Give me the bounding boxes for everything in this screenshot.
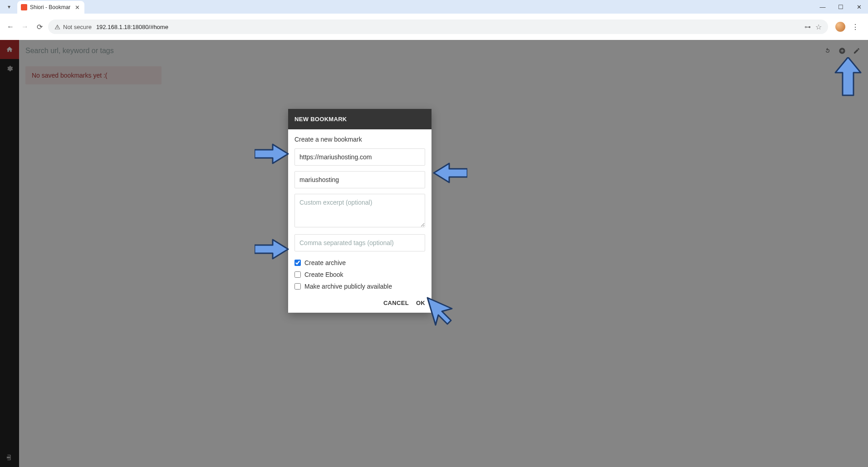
dialog-subtitle: Create a new bookmark bbox=[294, 136, 425, 143]
new-bookmark-dialog: NEW BOOKMARK Create a new bookmark Creat… bbox=[288, 109, 432, 313]
key-icon[interactable]: ⊶ bbox=[804, 23, 811, 30]
browser-tab[interactable]: Shiori - Bookmar ✕ bbox=[17, 1, 84, 14]
close-tab-icon[interactable]: ✕ bbox=[75, 4, 80, 11]
omnibox[interactable]: Not secure 192.168.1.18:18080/#home ⊶ ☆ bbox=[48, 20, 828, 34]
ok-button[interactable]: OK bbox=[416, 300, 425, 306]
tab-title: Shiori - Bookmar bbox=[30, 4, 70, 10]
bookmark-url-input[interactable] bbox=[294, 148, 425, 166]
bookmark-title-input[interactable] bbox=[294, 171, 425, 188]
tab-strip: ▾ Shiori - Bookmar ✕ — ☐ ✕ bbox=[0, 0, 868, 14]
url-text: 192.168.1.18:18080/#home bbox=[96, 24, 168, 30]
back-button[interactable]: ← bbox=[5, 21, 16, 33]
dialog-footer: CANCEL OK bbox=[288, 294, 432, 313]
create-archive-checkbox[interactable] bbox=[294, 260, 301, 266]
create-archive-row[interactable]: Create archive bbox=[294, 257, 425, 269]
forward-button[interactable]: → bbox=[19, 21, 31, 33]
create-archive-label: Create archive bbox=[304, 259, 346, 266]
browser-menu-icon[interactable]: ⋮ bbox=[852, 23, 859, 31]
create-ebook-row[interactable]: Create Ebook bbox=[294, 269, 425, 280]
make-public-label: Make archive publicly available bbox=[304, 283, 392, 290]
bookmark-excerpt-input[interactable] bbox=[294, 194, 425, 227]
bookmark-tags-input[interactable] bbox=[294, 234, 425, 251]
address-row: ← → ⟳ Not secure 192.168.1.18:18080/#hom… bbox=[0, 14, 868, 40]
main-area: No saved bookmarks yet :( NEW BOOKMARK C… bbox=[19, 40, 868, 467]
not-secure-label: Not secure bbox=[63, 24, 92, 30]
profile-avatar[interactable] bbox=[835, 22, 845, 32]
not-secure-indicator[interactable]: Not secure bbox=[54, 24, 92, 30]
modal-overlay[interactable] bbox=[0, 40, 868, 467]
create-ebook-checkbox[interactable] bbox=[294, 271, 301, 278]
bookmark-star-icon[interactable]: ☆ bbox=[815, 23, 822, 31]
dialog-body: Create a new bookmark Create archive Cre… bbox=[288, 129, 432, 294]
close-window-button[interactable]: ✕ bbox=[850, 0, 868, 14]
warning-icon bbox=[54, 24, 60, 30]
make-public-row[interactable]: Make archive publicly available bbox=[294, 280, 425, 292]
dialog-title: NEW BOOKMARK bbox=[288, 109, 432, 129]
make-public-checkbox[interactable] bbox=[294, 283, 301, 290]
cancel-button[interactable]: CANCEL bbox=[383, 300, 409, 306]
minimize-button[interactable]: — bbox=[814, 0, 832, 14]
create-ebook-label: Create Ebook bbox=[304, 271, 343, 278]
shiori-app: No saved bookmarks yet :( NEW BOOKMARK C… bbox=[0, 40, 868, 467]
maximize-button[interactable]: ☐ bbox=[832, 0, 850, 14]
window-controls: — ☐ ✕ bbox=[814, 0, 868, 14]
reload-button[interactable]: ⟳ bbox=[34, 21, 45, 33]
tabs-dropdown-icon[interactable]: ▾ bbox=[5, 4, 14, 10]
browser-chrome: ▾ Shiori - Bookmar ✕ — ☐ ✕ ← → ⟳ Not sec… bbox=[0, 0, 868, 40]
tab-favicon-icon bbox=[21, 4, 27, 10]
address-right: ⋮ bbox=[831, 22, 863, 32]
